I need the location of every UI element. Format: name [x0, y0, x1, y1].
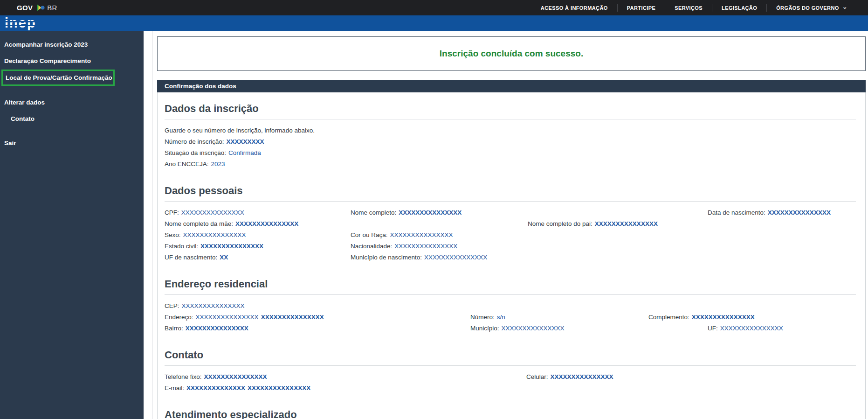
section-divider	[165, 201, 856, 202]
confirmation-panel: Dados da inscrição Guarde o seu número d…	[157, 92, 866, 419]
section-title-endereco: Endereço residencial	[165, 278, 856, 290]
field-situacao-inscricao: Situação da inscrição:Confirmada	[165, 149, 261, 156]
field-numero: Número:s/n	[470, 314, 505, 321]
sidebar-item-alterar-dados[interactable]: Alterar dados	[0, 94, 144, 111]
sidebar-item-acompanhar-inscricao[interactable]: Acompanhar inscrição 2023	[0, 36, 144, 53]
govbr-logo-gov: GOV	[17, 4, 33, 12]
field-estado-civil: Estado civil:XXXXXXXXXXXXXXX	[165, 243, 263, 250]
field-endereco: Endereço:XXXXXXXXXXXXXXXXXXXXXXXXXXXXXX	[165, 314, 324, 321]
topnav-acesso-informacao[interactable]: ACESSO À INFORMAÇÃO	[531, 4, 617, 12]
field-row: Telefone fixo:XXXXXXXXXXXXXXX Celular:XX…	[165, 373, 856, 384]
section-divider	[165, 365, 856, 366]
section-title-contato: Contato	[165, 349, 856, 361]
inep-logo[interactable]: inep	[5, 16, 36, 30]
field-email: E-mail:XXXXXXXXXXXXXXXXXXXXXXXXXXXXX	[165, 384, 310, 391]
field-sexo: Sexo:XXXXXXXXXXXXXXX	[165, 231, 246, 238]
field-ano-encceja: Ano ENCCEJA:2023	[165, 161, 225, 168]
topnav-participe[interactable]: PARTICIPE	[617, 4, 665, 12]
topnav-orgaos-governo[interactable]: ÓRGÃOS DO GOVERNO ⌄	[766, 4, 857, 12]
section-title-dados-inscricao: Dados da inscrição	[165, 103, 856, 115]
sidebar-item-local-prova-cartao[interactable]: Local de Prova/Cartão Confirmação	[6, 74, 112, 81]
sidebar-item-declaracao-comparecimento[interactable]: Declaração Comparecimento	[0, 53, 144, 69]
field-row: CEP:XXXXXXXXXXXXXXX	[165, 302, 856, 314]
govbr-logo-br: BR	[47, 4, 57, 12]
sidebar-item-contato[interactable]: Contato	[0, 111, 144, 127]
field-row: Bairro:XXXXXXXXXXXXXXX Município:XXXXXXX…	[165, 325, 856, 336]
field-row: Endereço:XXXXXXXXXXXXXXXXXXXXXXXXXXXXXX …	[165, 314, 856, 325]
sidebar-spacer	[0, 127, 144, 135]
field-municipio: Município:XXXXXXXXXXXXXXX	[470, 325, 565, 332]
topnav-legislacao[interactable]: LEGISLAÇÃO	[712, 4, 766, 12]
field-bairro: Bairro:XXXXXXXXXXXXXXX	[165, 325, 248, 332]
sidebar-spacer	[0, 86, 144, 94]
inep-header-bar: inep	[0, 15, 868, 31]
field-row: UF de nascimento:XX Município de nascime…	[165, 254, 856, 265]
section-divider	[165, 294, 856, 295]
field-nome-pai: Nome completo do pai:XXXXXXXXXXXXXXX	[528, 220, 658, 227]
field-uf-nascimento: UF de nascimento:XX	[165, 254, 228, 261]
field-row: Sexo:XXXXXXXXXXXXXXX Cor ou Raça:XXXXXXX…	[165, 231, 856, 243]
sidebar-item-sair[interactable]: Sair	[0, 135, 144, 151]
government-topbar: GOV BR ACESSO À INFORMAÇÃO PARTICIPE SER…	[0, 0, 868, 15]
sidebar-nav: Acompanhar inscrição 2023 Declaração Com…	[0, 31, 144, 419]
success-message: Inscrição concluída com sucesso.	[440, 49, 583, 59]
inep-logo-stripe	[5, 21, 36, 22]
field-cep: CEP:XXXXXXXXXXXXXXX	[165, 302, 245, 309]
chevron-down-icon: ⌄	[842, 5, 847, 9]
field-municipio-nascimento: Município de nascimento:XXXXXXXXXXXXXXX	[351, 254, 487, 261]
field-row: Situação da inscrição:Confirmada	[165, 149, 856, 161]
inep-logo-stripe	[5, 25, 36, 26]
field-row: CPF:XXXXXXXXXXXXXXX Nome completo:XXXXXX…	[165, 209, 856, 220]
field-complemento: Complemento:XXXXXXXXXXXXXXX	[648, 314, 755, 321]
section-title-atendimento: Atendimento especializado	[165, 409, 856, 419]
field-cpf: CPF:XXXXXXXXXXXXXXX	[165, 209, 244, 216]
field-row: Nome completo da mãe:XXXXXXXXXXXXXXX Nom…	[165, 220, 856, 231]
topnav-servicos[interactable]: SERVIÇOS	[665, 4, 712, 12]
annotation-highlight-box: Local de Prova/Cartão Confirmação	[1, 70, 115, 86]
field-nome-mae: Nome completo da mãe:XXXXXXXXXXXXXXX	[165, 220, 298, 227]
main-content: Inscrição concluída com sucesso. Confirm…	[152, 31, 868, 419]
field-nome-completo: Nome completo:XXXXXXXXXXXXXXX	[351, 209, 462, 216]
field-nacionalidade: Nacionalidade:XXXXXXXXXXXXXXX	[351, 243, 457, 250]
field-telefone-fixo: Telefone fixo:XXXXXXXXXXXXXXX	[165, 373, 267, 380]
success-message-box: Inscrição concluída com sucesso.	[157, 36, 866, 71]
field-numero-inscricao: Número de inscrição:XXXXXXXXX	[165, 138, 264, 145]
section-title-dados-pessoais: Dados pessoais	[165, 185, 856, 197]
govbr-arrow-icon	[35, 4, 45, 11]
field-row: Estado civil:XXXXXXXXXXXXXXX Nacionalida…	[165, 243, 856, 254]
field-row: E-mail:XXXXXXXXXXXXXXXXXXXXXXXXXXXXX	[165, 384, 856, 396]
govbr-logo[interactable]: GOV BR	[17, 4, 57, 12]
topbar-nav: ACESSO À INFORMAÇÃO PARTICIPE SERVIÇOS L…	[531, 0, 857, 15]
field-data-nascimento: Data de nascimento:XXXXXXXXXXXXXXX	[708, 209, 831, 216]
field-celular: Celular:XXXXXXXXXXXXXXX	[526, 373, 613, 380]
panel-title-bar: Confirmação dos dados	[157, 80, 866, 92]
field-row: Ano ENCCEJA:2023	[165, 161, 856, 172]
field-uf: UF:XXXXXXXXXXXXXXX	[708, 325, 783, 332]
inscricao-note: Guarde o seu número de inscrição, inform…	[165, 127, 856, 134]
field-row: Número de inscrição:XXXXXXXXX	[165, 138, 856, 149]
field-cor-raca: Cor ou Raça:XXXXXXXXXXXXXXX	[351, 231, 453, 238]
section-divider	[165, 119, 856, 119]
